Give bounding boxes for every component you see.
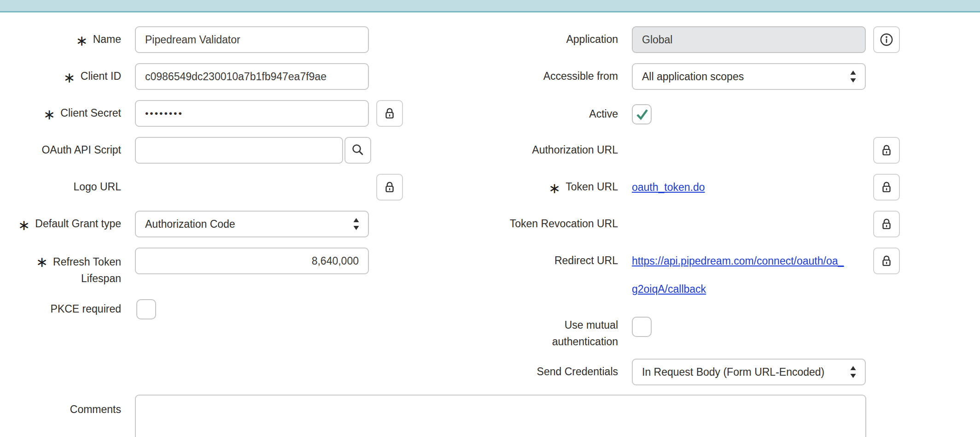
send-credentials-select[interactable]: In Request Body (Form URL-Encoded) bbox=[632, 359, 866, 385]
required-marker-icon: ∗ bbox=[18, 218, 30, 232]
oauth-api-script-label: OAuth API Script bbox=[9, 137, 121, 164]
token-revocation-url-lock-button[interactable] bbox=[873, 211, 900, 237]
checkmark-icon bbox=[634, 106, 650, 123]
redirect-url-link-line1[interactable]: https://api.pipedream.com/connect/oauth/… bbox=[632, 255, 844, 267]
lock-icon bbox=[880, 254, 893, 268]
authorization-url-label: Authorization URL bbox=[497, 137, 618, 164]
lock-icon bbox=[880, 143, 893, 157]
token-url-label: ∗ Token URL bbox=[497, 174, 618, 201]
client-secret-input[interactable] bbox=[135, 100, 369, 127]
redirect-url-label: Redirect URL bbox=[497, 248, 618, 274]
info-icon bbox=[879, 32, 894, 47]
token-revocation-url-label: Token Revocation URL bbox=[497, 211, 618, 237]
select-arrows-icon bbox=[353, 217, 360, 231]
required-marker-icon: ∗ bbox=[43, 107, 55, 122]
application-input bbox=[632, 26, 866, 53]
logo-url-lock-button[interactable] bbox=[376, 174, 403, 201]
client-id-label: ∗ Client ID bbox=[9, 63, 121, 90]
use-mutual-authentication-label: Use mutual authentication bbox=[497, 317, 618, 350]
logo-url-label: Logo URL bbox=[9, 174, 121, 201]
lock-icon bbox=[383, 180, 397, 194]
accessible-from-label: Accessible from bbox=[497, 63, 618, 90]
required-marker-icon: ∗ bbox=[36, 254, 48, 270]
name-input[interactable] bbox=[135, 26, 369, 53]
default-grant-type-select[interactable]: Authorization Code bbox=[135, 211, 369, 237]
application-info-button[interactable] bbox=[873, 26, 900, 53]
oauth-api-script-input[interactable] bbox=[135, 137, 343, 164]
default-grant-type-label: ∗ Default Grant type bbox=[9, 211, 121, 237]
authorization-url-lock-button[interactable] bbox=[873, 137, 900, 164]
redirect-url-link-line2[interactable]: g2oiqA/callback bbox=[632, 283, 706, 295]
pkce-required-checkbox[interactable] bbox=[136, 299, 156, 319]
token-url-lock-button[interactable] bbox=[873, 174, 900, 201]
refresh-token-lifespan-input[interactable] bbox=[135, 248, 369, 274]
client-secret-label: ∗ Client Secret bbox=[9, 100, 121, 127]
required-marker-icon: ∗ bbox=[64, 71, 76, 85]
name-label: ∗ Name bbox=[9, 26, 121, 53]
client-id-input[interactable] bbox=[135, 63, 369, 90]
required-marker-icon: ∗ bbox=[76, 34, 88, 48]
accessible-from-select[interactable]: All application scopes bbox=[632, 63, 866, 90]
active-checkbox[interactable] bbox=[632, 104, 652, 124]
use-mutual-authentication-checkbox[interactable] bbox=[632, 317, 652, 337]
form-header-strip bbox=[0, 0, 980, 12]
oauth-api-script-group bbox=[135, 137, 371, 164]
required-marker-icon: ∗ bbox=[548, 181, 560, 195]
token-url-link[interactable]: oauth_token.do bbox=[632, 181, 705, 194]
client-secret-lock-button[interactable] bbox=[376, 100, 403, 127]
redirect-url-lock-button[interactable] bbox=[873, 248, 900, 274]
oauth-api-script-lookup-button[interactable] bbox=[344, 137, 371, 164]
lock-icon bbox=[383, 106, 397, 120]
active-label: Active bbox=[497, 104, 618, 124]
lock-icon bbox=[880, 180, 893, 194]
comments-label: Comments bbox=[9, 396, 121, 423]
pkce-required-label: PKCE required bbox=[9, 299, 121, 319]
lock-icon bbox=[880, 217, 893, 231]
application-label: Application bbox=[497, 26, 618, 53]
comments-textarea[interactable] bbox=[135, 395, 866, 437]
refresh-token-lifespan-label: ∗Refresh Token Lifespan bbox=[9, 253, 121, 287]
send-credentials-label: Send Credentials bbox=[497, 359, 618, 385]
search-icon bbox=[350, 143, 365, 158]
select-arrows-icon bbox=[850, 365, 857, 379]
select-arrows-icon bbox=[850, 70, 857, 83]
